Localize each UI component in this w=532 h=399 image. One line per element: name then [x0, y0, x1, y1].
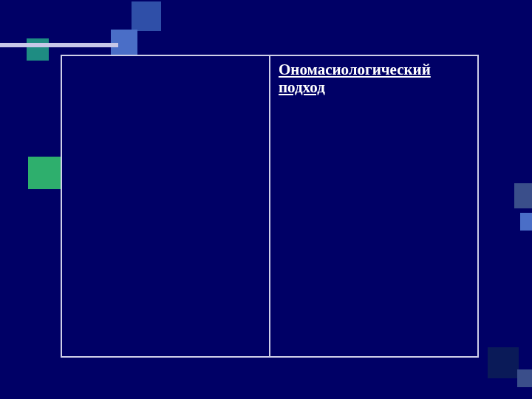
decor-square-right-1 — [514, 183, 532, 208]
decor-square-blue-1 — [132, 1, 161, 31]
decor-square-right-2 — [520, 213, 532, 231]
decor-square-bottom-1 — [488, 347, 519, 378]
decor-square-bottom-2 — [517, 369, 532, 387]
column-divider — [269, 56, 270, 356]
decor-horizontal-line — [0, 43, 118, 47]
slide-heading: Ономасиологический подход — [279, 61, 470, 96]
right-column: Ономасиологический подход — [270, 56, 477, 100]
content-frame: Ономасиологический подход — [61, 55, 479, 358]
decor-square-green — [28, 157, 61, 189]
decor-square-teal — [27, 38, 49, 61]
